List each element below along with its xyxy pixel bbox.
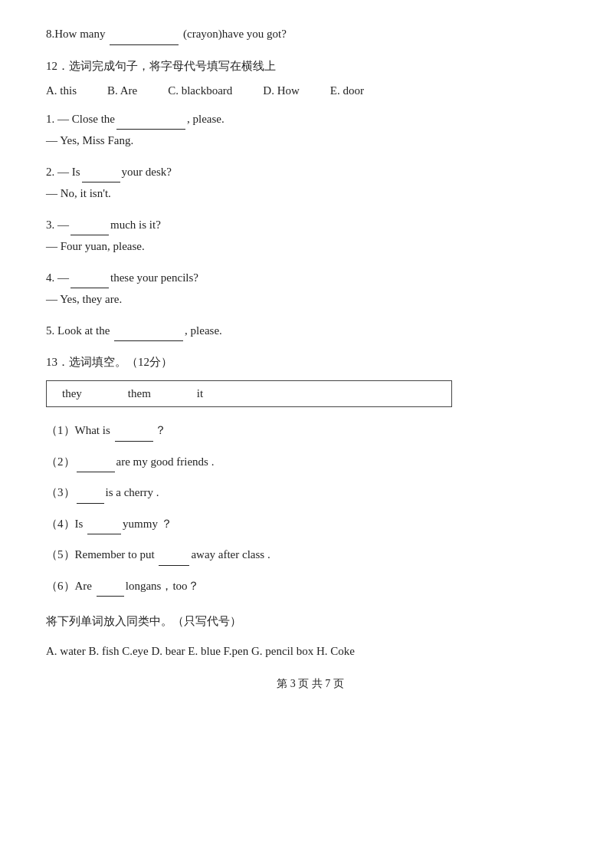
q13-sub5: （5）Remember to put away after class .	[46, 544, 575, 566]
q13-title: 13．选词填空。（12分）	[46, 355, 575, 370]
q13-blank2	[77, 472, 115, 472]
option-e: E. door	[330, 84, 364, 97]
q13-sub4: （4）Is yummy ？	[46, 513, 575, 535]
option-b: B. Are	[107, 84, 137, 97]
option-d: D. How	[263, 84, 300, 97]
q8-after: (crayon)have you got?	[183, 28, 287, 40]
word-it: it	[197, 387, 203, 400]
question-13: 13．选词填空。（12分） they them it （1）What is ？ …	[46, 355, 575, 597]
q8-label: 8.How many	[46, 28, 106, 40]
classify-section: 将下列单词放入同类中。（只写代号） A. water B. fish C.eye…	[46, 610, 575, 662]
word-they: they	[62, 387, 82, 400]
q13-sub1: （1）What is ？	[46, 419, 575, 442]
q12-sub3: 3. —much is it? — Four yuan, please.	[46, 214, 575, 258]
question-12: 12．选词完成句子，将字母代号填写在横线上 A. this B. Are C. …	[46, 59, 575, 342]
q12-title: 12．选词完成句子，将字母代号填写在横线上	[46, 59, 575, 74]
question-8: 8.How many (crayon)have you got?	[46, 23, 575, 45]
q13-sub3: （3）is a cherry .	[46, 482, 575, 504]
option-a: A. this	[46, 84, 77, 97]
q12-sub1: 1. — Close the, please. — Yes, Miss Fang…	[46, 108, 575, 152]
q13-blank3	[77, 503, 104, 504]
page-info: 第 3 页 共 7 页	[277, 678, 344, 689]
q8-blank	[110, 44, 179, 45]
q12-sub4: 4. —these your pencils? — Yes, they are.	[46, 267, 575, 311]
page-footer: 第 3 页 共 7 页	[46, 677, 575, 691]
q13-sub2: （2）are my good friends .	[46, 451, 575, 473]
q13-wordbox: they them it	[46, 380, 452, 407]
q13-blank4	[87, 534, 121, 534]
q13-blank5	[159, 565, 189, 566]
classify-title: 将下列单词放入同类中。（只写代号）	[46, 610, 575, 633]
q8-text: 8.How many (crayon)have you got?	[46, 23, 575, 45]
q13-sub6: （6）Are longans，too？	[46, 575, 575, 597]
q12-blank5	[114, 340, 183, 341]
q12-sub2: 2. — Isyour desk? — No, it isn't.	[46, 161, 575, 205]
q12-options: A. this B. Are C. blackboard D. How E. d…	[46, 84, 575, 97]
q13-blank1	[115, 441, 153, 442]
classify-options: A. water B. fish C.eye D. bear E. blue F…	[46, 640, 575, 663]
option-c: C. blackboard	[168, 84, 232, 97]
q13-blank6	[97, 596, 124, 597]
q12-sub5: 5. Look at the , please.	[46, 320, 575, 342]
word-them: them	[128, 387, 151, 400]
